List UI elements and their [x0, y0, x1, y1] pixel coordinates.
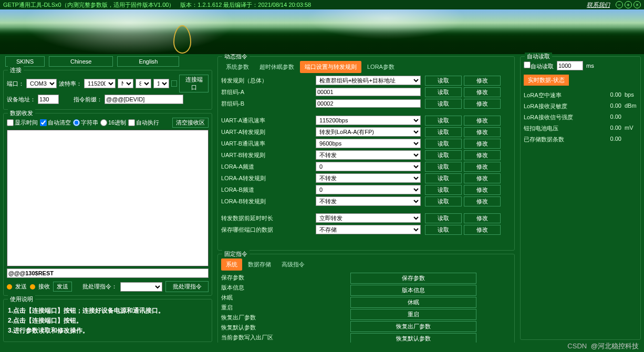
write-button[interactable]: 修改 [464, 213, 501, 223]
dynamic-cmd-group: 动态指令 系统参数 超时休眠参数 端口设置与转发规则 LORA参数 转发规则（总… [217, 56, 515, 251]
fixed-cmd-label: 恢复出厂参数 [221, 313, 316, 323]
param-select[interactable]: 立即转发 [316, 213, 421, 223]
batch-select[interactable] [120, 282, 162, 292]
param-input-text[interactable] [316, 88, 421, 96]
read-button[interactable]: 读取 [425, 150, 462, 160]
connection-group: 连接 端口： COM3 波特率： 115200 N 8 1 连接端口 设备地址：… [3, 70, 212, 110]
cmd-input[interactable] [7, 268, 209, 278]
read-button[interactable]: 读取 [425, 173, 462, 183]
tab-sleep[interactable]: 超时休眠参数 [255, 61, 299, 73]
metric-unit: bps [621, 91, 637, 99]
write-button[interactable]: 修改 [464, 162, 501, 172]
param-select[interactable]: 9600bps [316, 139, 421, 148]
param-row: UART-A通讯速率115200bps读取修改 [221, 115, 511, 126]
write-button[interactable]: 修改 [464, 185, 501, 195]
send-button[interactable]: 发送 [53, 282, 72, 292]
data-tx-legend: 数据收发 [8, 109, 35, 117]
prefix-input[interactable] [105, 95, 183, 104]
fixed-cmd-button[interactable]: 保存参数 [350, 273, 476, 284]
read-button[interactable]: 读取 [425, 225, 462, 235]
fixed-cmd-button[interactable]: 版本信息 [350, 285, 476, 296]
tab-port-forward[interactable]: 端口设置与转发规则 [300, 61, 361, 73]
auto-read-group: 自动读取 自动读取 ms 实时数据-状态 LoRA空中速率0.00bpsLoRA… [520, 56, 641, 340]
write-button[interactable]: 修改 [464, 139, 501, 149]
metric-value: 0.00 [600, 102, 621, 110]
chinese-button[interactable]: Chinese [49, 56, 113, 67]
autoread-check[interactable]: 自动读取 [524, 61, 554, 70]
maximize-icon[interactable]: + [625, 1, 632, 8]
instructions-legend: 使用说明 [8, 295, 35, 303]
write-button[interactable]: 修改 [464, 173, 501, 183]
read-button[interactable]: 读取 [425, 87, 462, 97]
write-button[interactable]: 修改 [464, 196, 501, 206]
param-input-text[interactable] [316, 99, 421, 108]
param-select[interactable]: 115200bps [316, 116, 421, 125]
skins-button[interactable]: SKINS [5, 56, 45, 67]
rx-textarea[interactable] [7, 130, 209, 266]
metric-label: 已存储数据条数 [524, 136, 600, 143]
param-select[interactable]: 0 [316, 162, 421, 171]
read-button[interactable]: 读取 [425, 162, 462, 172]
write-button[interactable]: 修改 [464, 127, 501, 137]
param-select[interactable]: 检查群组码+校验码+目标地址 [316, 76, 421, 85]
data-tx-group: 数据收发 显示时间 自动清空 字符串 16进制 自动执行 清空接收区 发送 接收… [3, 113, 212, 296]
parity-select[interactable]: N [118, 79, 133, 88]
stopbits-select[interactable]: 1 [153, 79, 169, 88]
param-select[interactable]: 转发到LoRA-A(有FP) [316, 127, 421, 137]
fixed-cmd-button[interactable]: 恢复出厂参数 [350, 321, 476, 332]
baud-select[interactable]: 115200 [84, 79, 116, 88]
param-select[interactable]: 不存储 [316, 225, 421, 234]
clear-rx-button[interactable]: 清空接收区 [172, 118, 209, 128]
read-button[interactable]: 读取 [425, 99, 462, 109]
write-button[interactable]: 修改 [464, 76, 501, 86]
charmode-radio[interactable]: 字符串 [73, 119, 98, 127]
param-select[interactable]: 0 [316, 185, 421, 194]
fixed-cmd-button[interactable]: 休眠 [350, 297, 476, 308]
port-label: 端口： [7, 80, 24, 88]
param-select[interactable]: 不转发 [316, 150, 421, 160]
interval-input[interactable] [557, 61, 583, 70]
read-button[interactable]: 读取 [425, 127, 462, 137]
autorun-check[interactable]: 自动执行 [128, 119, 159, 127]
write-button[interactable]: 修改 [464, 150, 501, 160]
tab-system[interactable]: 系统参数 [221, 61, 254, 73]
write-button[interactable]: 修改 [464, 99, 501, 109]
minimize-icon[interactable]: − [616, 1, 623, 8]
param-row: LORA-B频道0读取修改 [221, 184, 511, 195]
param-label: 群组码-B [221, 100, 316, 108]
tab-lora[interactable]: LORA参数 [362, 61, 399, 73]
english-button[interactable]: English [117, 56, 179, 67]
close-icon[interactable]: × [633, 1, 641, 8]
tab-fixed-advanced[interactable]: 高级指令 [277, 258, 309, 271]
showtime-check[interactable]: 显示时间 [7, 119, 38, 127]
fixed-cmd-button[interactable]: 恢复默认参数 [350, 333, 476, 343]
write-button[interactable]: 修改 [464, 116, 501, 126]
read-button[interactable]: 读取 [425, 185, 462, 195]
fixed-cmd-button[interactable]: 重启 [350, 309, 476, 320]
tab-fixed-storage[interactable]: 数据存储 [243, 258, 276, 271]
instructions-group: 使用说明 1.点击【连接端口】按钮；连接好设备电源和通讯接口。 2.点击【连接端… [3, 299, 212, 342]
param-label: 转发规则（总体） [221, 77, 316, 85]
addr-input[interactable] [38, 95, 59, 104]
tab-fixed-system[interactable]: 系统 [221, 258, 242, 271]
databits-select[interactable]: 8 [136, 79, 151, 88]
read-button[interactable]: 读取 [425, 139, 462, 149]
connect-button[interactable]: 连接端口 [179, 75, 209, 92]
read-button[interactable]: 读取 [425, 76, 462, 86]
write-button[interactable]: 修改 [464, 87, 501, 97]
param-select[interactable]: 不转发 [316, 173, 421, 183]
batch-button[interactable]: 批处理指令 [165, 281, 209, 292]
fixed-cmd-legend: 固定指令 [222, 250, 250, 258]
write-button[interactable]: 修改 [464, 225, 501, 235]
param-select[interactable]: 不转发 [316, 196, 421, 206]
dynamic-tabs: 系统参数 超时休眠参数 端口设置与转发规则 LORA参数 [221, 61, 511, 73]
param-label: 转发数据前延时时长 [221, 214, 316, 222]
port-select[interactable]: COM3 [26, 79, 57, 88]
read-button[interactable]: 读取 [425, 116, 462, 126]
banner-image [0, 9, 644, 54]
autoclear-check[interactable]: 自动清空 [40, 119, 71, 127]
read-button[interactable]: 读取 [425, 196, 462, 206]
contact-link[interactable]: 联系我们 [587, 1, 610, 9]
hexmode-radio[interactable]: 16进制 [100, 119, 126, 127]
read-button[interactable]: 读取 [425, 213, 462, 223]
